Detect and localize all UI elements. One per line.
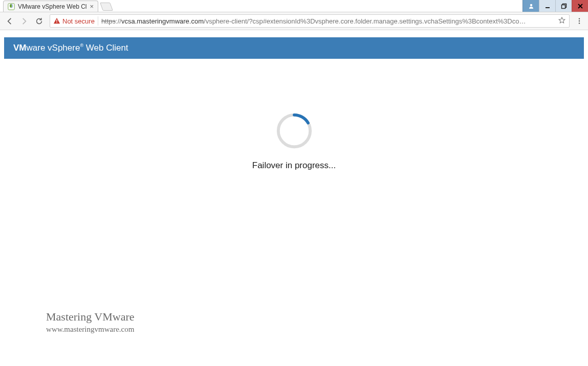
kebab-menu-icon[interactable] xyxy=(574,17,585,25)
window-titlebar: VMware vSphere Web Cl × xyxy=(0,0,588,12)
page-viewport: VMware vSphere® Web Client Failover in p… xyxy=(0,30,588,175)
window-minimize-button[interactable] xyxy=(539,0,555,12)
url-scheme: https xyxy=(101,17,116,25)
spinner-icon xyxy=(274,111,314,152)
app-banner: VMware vSphere® Web Client xyxy=(4,37,584,59)
url-separator xyxy=(98,16,98,26)
watermark: Mastering VMware www.masteringvmware.com xyxy=(46,310,135,334)
url-text: https://vcsa.masteringvmware.com/vsphere… xyxy=(101,17,555,25)
svg-rect-6 xyxy=(56,22,57,22)
watermark-url: www.masteringvmware.com xyxy=(46,325,135,335)
tab-strip: VMware vSphere Web Cl × xyxy=(0,0,522,12)
banner-mid: ware vSphere xyxy=(27,43,80,53)
svg-rect-5 xyxy=(56,19,57,21)
banner-suffix: Web Client xyxy=(83,43,128,53)
reload-icon[interactable] xyxy=(35,17,43,26)
window-restore-button[interactable] xyxy=(555,0,572,12)
vsphere-favicon-icon xyxy=(8,3,15,10)
loading-stage: Failover in progress... xyxy=(4,59,584,171)
svg-point-7 xyxy=(579,18,580,19)
url-scheme-suffix: :// xyxy=(116,17,121,25)
watermark-title: Mastering VMware xyxy=(46,310,135,325)
window-close-button[interactable] xyxy=(572,0,588,12)
window-user-button[interactable] xyxy=(522,0,539,12)
svg-rect-2 xyxy=(546,7,550,8)
banner-prefix: VM xyxy=(13,43,27,53)
nav-buttons xyxy=(3,17,46,26)
banner-title: VMware vSphere® Web Client xyxy=(13,43,128,53)
svg-point-9 xyxy=(579,22,580,24)
svg-point-8 xyxy=(579,20,580,21)
new-tab-button[interactable] xyxy=(100,3,113,11)
tab-close-icon[interactable]: × xyxy=(90,3,94,10)
tab-title: VMware vSphere Web Cl xyxy=(18,3,87,10)
address-bar[interactable]: Not secure https://vcsa.masteringvmware.… xyxy=(50,14,570,28)
browser-tab-active[interactable]: VMware vSphere Web Cl × xyxy=(3,1,98,12)
svg-point-1 xyxy=(530,4,532,6)
browser-toolbar: Not secure https://vcsa.masteringvmware.… xyxy=(0,12,588,30)
svg-rect-4 xyxy=(561,5,565,8)
bookmark-star-icon[interactable] xyxy=(558,16,566,26)
warning-triangle-icon xyxy=(53,17,60,25)
url-path: /vsphere-client/?csp#extensionId%3Dvsphe… xyxy=(204,17,526,25)
not-secure-warning[interactable]: Not secure xyxy=(53,17,95,25)
url-host: vcsa.masteringvmware.com xyxy=(121,17,204,25)
back-icon[interactable] xyxy=(5,17,14,26)
forward-icon[interactable] xyxy=(20,17,29,26)
status-text: Failover in progress... xyxy=(252,161,336,171)
window-controls xyxy=(522,0,588,12)
security-label: Not secure xyxy=(62,17,95,25)
